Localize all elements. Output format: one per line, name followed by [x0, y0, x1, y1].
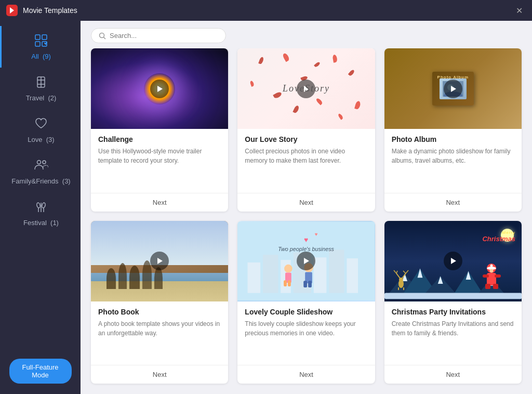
- svg-rect-27: [248, 262, 260, 293]
- svg-marker-77: [451, 258, 456, 264]
- content-area: Challenge Use this Hollywood-style movie…: [81, 21, 532, 394]
- all-icon: [34, 33, 48, 49]
- card-footer-photobook: Next: [91, 365, 228, 384]
- svg-rect-31: [314, 257, 326, 293]
- sidebar-item-family[interactable]: Family&Friends (3): [0, 151, 81, 192]
- sidebar-item-all[interactable]: All (9): [0, 26, 81, 68]
- sidebar-item-travel[interactable]: Travel (2): [0, 68, 81, 109]
- next-button-lovestory[interactable]: Next: [237, 198, 375, 207]
- card-footer-christmas: Next: [384, 365, 522, 384]
- play-button-photobook[interactable]: [150, 252, 169, 270]
- play-button-photoalbum[interactable]: [444, 80, 462, 98]
- card-body-lovestory: Our Love Story Collect precious photos i…: [237, 129, 375, 188]
- card-thumbnail-couple[interactable]: ♥ ♥ Two people's business: [237, 221, 375, 301]
- card-desc-photobook: A photo book template shows your videos …: [98, 319, 221, 356]
- svg-marker-0: [10, 7, 14, 14]
- next-button-photoalbum[interactable]: Next: [384, 198, 522, 207]
- card-thumbnail-photoalbum[interactable]: Photo Album: [384, 48, 522, 129]
- svg-point-12: [42, 202, 46, 208]
- search-bar-wrap: [81, 21, 532, 48]
- svg-marker-45: [304, 258, 309, 264]
- svg-rect-59: [485, 284, 490, 289]
- card-desc-photoalbum: Make a dynamic photo slideshow for famil…: [392, 147, 514, 183]
- sidebar-item-festival[interactable]: Festival (1): [0, 192, 81, 234]
- festival-icon: [34, 200, 48, 216]
- sidebar-family-label: Family&Friends (3): [11, 177, 70, 185]
- card-desc-christmas: Create Christmas Party Invitations and s…: [392, 319, 514, 356]
- full-feature-button[interactable]: Full-Feature Mode: [9, 359, 72, 384]
- svg-line-72: [406, 270, 408, 273]
- svg-rect-64: [483, 274, 489, 278]
- sidebar-love-label: Love (3): [28, 136, 54, 143]
- card-body-challenge: Challenge Use this Hollywood-style movie…: [91, 129, 228, 188]
- next-button-photobook[interactable]: Next: [91, 370, 228, 379]
- card-footer-challenge: Next: [91, 193, 228, 212]
- sidebar-festival-label: Festival (1): [23, 219, 59, 227]
- play-button-challenge[interactable]: [150, 80, 169, 98]
- card-thumbnail-christmas[interactable]: Merry Christmas: [384, 221, 522, 301]
- template-card-photoalbum: Photo Album: [384, 48, 522, 212]
- card-footer-lovestory: Next: [237, 193, 375, 212]
- card-footer-photoalbum: Next: [384, 193, 522, 212]
- templates-grid: Challenge Use this Hollywood-style movie…: [81, 48, 532, 394]
- svg-rect-1: [35, 35, 40, 40]
- close-button[interactable]: ✕: [513, 4, 526, 18]
- template-card-christmas: Merry Christmas: [384, 221, 522, 384]
- card-title-lovestory: Our Love Story: [245, 135, 367, 143]
- card-body-couple: Lovely Couple Slideshow This lovely coup…: [237, 301, 375, 360]
- family-icon: [34, 158, 48, 174]
- template-card-lovestory: LoveStory Our Love Story Collect preciou…: [237, 48, 375, 212]
- card-footer-couple: Next: [237, 365, 375, 384]
- card-desc-couple: This lovely couple slideshow keeps your …: [245, 319, 367, 356]
- svg-rect-32: [329, 249, 344, 293]
- play-button-couple[interactable]: [297, 252, 315, 270]
- search-input[interactable]: [110, 32, 218, 40]
- svg-marker-23: [451, 86, 456, 92]
- search-icon: [99, 32, 106, 40]
- title-bar: Movie Templates ✕: [0, 0, 532, 21]
- love-icon: [34, 116, 48, 133]
- sidebar-all-label: All (9): [31, 52, 51, 60]
- card-thumbnail-lovestory[interactable]: LoveStory: [237, 48, 375, 129]
- template-card-photobook: Photo Book A photo book template shows y…: [91, 221, 228, 384]
- svg-rect-40: [288, 280, 291, 286]
- card-title-christmas: Christmas Party Invitations: [392, 308, 514, 316]
- template-card-couple: ♥ ♥ Two people's business: [237, 221, 375, 384]
- card-desc-lovestory: Collect precious photos in one video mem…: [245, 147, 367, 183]
- svg-point-9: [37, 161, 41, 164]
- next-button-christmas[interactable]: Next: [384, 370, 522, 379]
- svg-point-11: [36, 202, 41, 208]
- svg-rect-60: [493, 284, 498, 289]
- svg-line-70: [396, 271, 397, 273]
- card-title-photoalbum: Photo Album: [392, 135, 514, 143]
- card-desc-challenge: Use this Hollywood-style movie trailer t…: [98, 147, 221, 183]
- search-bar[interactable]: [91, 28, 226, 43]
- svg-rect-65: [495, 274, 501, 278]
- svg-point-37: [284, 264, 292, 272]
- svg-text:♥: ♥: [304, 235, 308, 243]
- card-body-christmas: Christmas Party Invitations Create Chris…: [384, 301, 522, 360]
- sidebar-item-love[interactable]: Love (3): [0, 109, 81, 151]
- app-title: Movie Templates: [23, 6, 513, 15]
- svg-point-10: [43, 161, 46, 164]
- card-title-challenge: Challenge: [98, 135, 221, 143]
- svg-rect-44: [308, 281, 312, 287]
- svg-rect-56: [384, 293, 522, 299]
- sidebar: All (9) Travel (2) Love (3) Family&Frien…: [0, 21, 81, 394]
- card-thumbnail-photobook[interactable]: [91, 221, 228, 301]
- svg-marker-18: [157, 86, 163, 92]
- card-thumbnail-challenge[interactable]: [91, 48, 228, 129]
- app-logo: [6, 5, 18, 16]
- svg-line-69: [394, 270, 396, 273]
- svg-marker-25: [157, 258, 163, 264]
- next-button-challenge[interactable]: Next: [91, 198, 228, 207]
- card-body-photobook: Photo Book A photo book template shows y…: [91, 301, 228, 360]
- template-card-challenge: Challenge Use this Hollywood-style movie…: [91, 48, 228, 212]
- svg-rect-28: [263, 255, 278, 293]
- svg-rect-3: [35, 42, 40, 46]
- play-button-christmas[interactable]: [444, 252, 462, 270]
- svg-point-16: [100, 33, 104, 37]
- svg-rect-43: [304, 281, 308, 287]
- svg-text:♥: ♥: [315, 231, 318, 237]
- next-button-couple[interactable]: Next: [237, 370, 375, 379]
